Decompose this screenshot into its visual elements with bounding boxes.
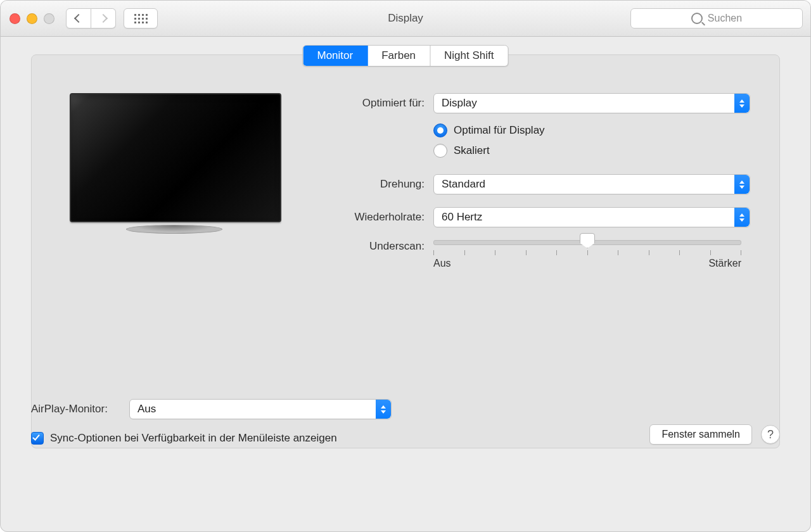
stepper-icon <box>734 94 750 113</box>
titlebar: Display Suchen <box>1 1 810 37</box>
tv-icon <box>70 93 281 222</box>
resolution-mode-scaled[interactable]: Skaliert <box>433 144 741 158</box>
airplay-value: Aus <box>137 403 156 415</box>
gather-windows-button[interactable]: Fenster sammeln <box>649 424 752 445</box>
rotation-label: Drehung: <box>317 178 433 191</box>
window-controls <box>10 13 54 24</box>
resolution-mode-default[interactable]: Optimal für Display <box>433 124 741 137</box>
grid-icon <box>134 14 148 23</box>
airplay-popup[interactable]: Aus <box>129 399 392 419</box>
tab-monitor[interactable]: Monitor <box>303 46 368 66</box>
slider-ticks <box>433 250 741 255</box>
zoom-window-button <box>44 13 54 24</box>
tab-bar: Monitor Farben Night Shift <box>303 45 509 66</box>
tab-colors[interactable]: Farben <box>367 46 430 66</box>
display-settings-form: Optimiert für: Display Optimal für Displ… <box>317 93 741 282</box>
tab-night-shift[interactable]: Night Shift <box>430 46 508 66</box>
settings-panel: Monitor Farben Night Shift Optimiert für… <box>31 54 780 448</box>
underscan-label: Underscan: <box>317 240 433 253</box>
display-illustration <box>70 93 279 282</box>
underscan-right-label: Stärker <box>708 258 741 269</box>
sync-options-label: Sync-Optionen bei Verfügbarkeit in der M… <box>50 432 337 445</box>
radio-unchecked-icon <box>433 144 447 158</box>
refresh-popup[interactable]: 60 Hertz <box>433 207 750 227</box>
search-field[interactable]: Suchen <box>630 8 803 28</box>
underscan-slider[interactable] <box>433 240 741 245</box>
minimize-window-button[interactable] <box>27 13 37 24</box>
underscan-left-label: Aus <box>433 258 451 269</box>
checkbox-checked-icon <box>31 432 44 445</box>
chevron-left-icon <box>74 14 83 23</box>
chevron-right-icon <box>99 14 108 23</box>
refresh-label: Wiederholrate: <box>317 211 433 224</box>
rotation-value: Standard <box>442 178 485 191</box>
refresh-value: 60 Hertz <box>442 211 482 224</box>
slider-knob[interactable] <box>580 233 595 248</box>
optimized-for-popup[interactable]: Display <box>433 93 750 113</box>
show-all-button[interactable] <box>124 8 158 28</box>
back-button[interactable] <box>66 8 91 28</box>
radio-checked-icon <box>433 124 447 137</box>
optimized-for-value: Display <box>442 97 477 110</box>
close-window-button[interactable] <box>10 13 20 24</box>
resolution-mode-group: Optimal für Display Skaliert <box>433 124 741 158</box>
search-icon <box>691 13 703 24</box>
airplay-label: AirPlay-Monitor: <box>31 403 129 415</box>
help-button[interactable]: ? <box>761 425 780 444</box>
stepper-icon <box>734 208 750 227</box>
preferences-window: Display Suchen Monitor Farben Night Shif… <box>0 0 811 532</box>
rotation-popup[interactable]: Standard <box>433 174 750 194</box>
stepper-icon <box>734 175 750 194</box>
nav-segment <box>66 8 116 28</box>
search-placeholder: Suchen <box>708 13 742 24</box>
optimized-for-label: Optimiert für: <box>317 97 433 110</box>
forward-button <box>91 8 116 28</box>
stepper-icon <box>376 400 391 419</box>
tv-stand <box>126 225 222 234</box>
